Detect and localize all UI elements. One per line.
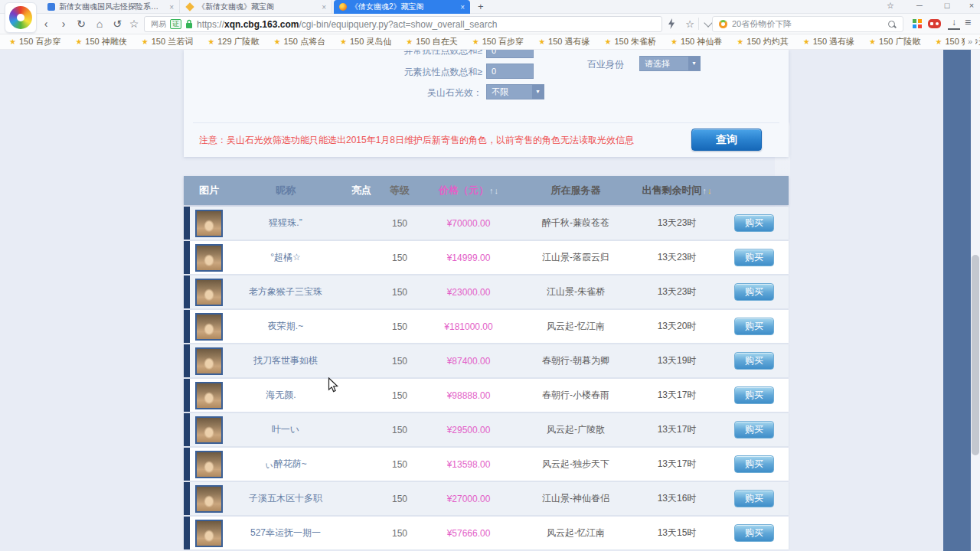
sort-down-icon[interactable]: ↓ xyxy=(495,186,499,195)
buy-button[interactable]: 购买 xyxy=(734,455,774,473)
nickname-cell[interactable]: 猩猩珠.” xyxy=(228,217,343,230)
close-icon[interactable]: × xyxy=(460,3,465,11)
restore-tab-icon[interactable]: ↺ xyxy=(109,14,126,34)
table-row[interactable]: 老方象猴子三宝珠 150 ¥23000.00 江山景-朱雀桥 13天23时 购买 xyxy=(184,276,789,308)
table-row[interactable]: 猩猩珠.” 150 ¥70000.00 醉千秋-蒹葭苍苍 13天23时 购买 xyxy=(184,207,789,240)
minimize-button[interactable]: ─ xyxy=(911,1,928,10)
buy-button[interactable]: 购买 xyxy=(734,490,774,507)
bookmark-item[interactable]: ★ 150 点将台 xyxy=(274,36,325,47)
bookmark-item[interactable]: ★ 150 自在天 xyxy=(406,36,457,47)
table-row[interactable]: 夜荣期.~ 150 ¥181000.00 风云起-忆江南 13天20时 购买 xyxy=(184,310,789,343)
buy-button[interactable]: 购买 xyxy=(734,283,774,301)
refresh-icon[interactable]: ↻ xyxy=(73,14,90,34)
bookmark-item[interactable]: ★ 129 广陵散 xyxy=(207,36,259,47)
nickname-cell[interactable]: 夜荣期.~ xyxy=(228,320,343,333)
character-image-cell[interactable] xyxy=(190,485,228,513)
table-row[interactable]: ぃ醉花荫~ 150 ¥13598.00 风云起-独步天下 13天17时 购买 xyxy=(184,448,789,481)
sort-up-icon[interactable]: ↑ xyxy=(489,186,494,195)
identity-select[interactable]: 请选择 ▼ xyxy=(639,56,701,71)
new-tab-button[interactable]: + xyxy=(478,1,484,12)
search-hot-text[interactable]: 20省份物价下降 xyxy=(732,18,792,30)
game-center-icon[interactable] xyxy=(928,19,941,28)
character-image-cell[interactable] xyxy=(190,451,228,478)
character-avatar[interactable] xyxy=(195,485,223,513)
close-icon[interactable]: × xyxy=(322,3,326,11)
tab-3-active[interactable]: 《倩女幽魂2》藏宝阁 × xyxy=(334,0,470,14)
stone-effect-select[interactable]: 不限 ▼ xyxy=(486,84,544,99)
character-avatar[interactable] xyxy=(195,382,223,409)
bookmark-item[interactable]: ★ 150 灵岛仙 xyxy=(340,36,391,47)
table-row[interactable]: 子溪五木区十多职 150 ¥27000.00 江山景-神仙眷侣 13天16时 购… xyxy=(184,482,789,515)
bookmark-item[interactable]: ★ 150 神雕侠 xyxy=(75,36,126,47)
bookmark-item[interactable]: ★ 150 兰若词 xyxy=(142,36,193,47)
nickname-cell[interactable]: 子溪五木区十多职 xyxy=(228,492,343,505)
bookmark-item[interactable]: ★ 150 遇有缘 xyxy=(538,36,590,47)
table-row[interactable]: 叶一い 150 ¥29500.00 风云起-广陵散 13天17时 购买 xyxy=(184,413,789,446)
nickname-cell[interactable]: 老方象猴子三宝珠 xyxy=(228,285,343,298)
buy-button[interactable]: 购买 xyxy=(734,421,774,439)
home-icon[interactable]: ⌂ xyxy=(91,14,108,34)
character-image-cell[interactable] xyxy=(190,244,228,272)
sort-down-active-icon[interactable]: ↓ xyxy=(707,186,712,195)
character-image-cell[interactable] xyxy=(190,313,228,341)
character-image-cell[interactable] xyxy=(190,520,228,547)
table-row[interactable]: 海无颜.ゝ 150 ¥98888.00 春朝行-小楼春雨 13天17时 购买 xyxy=(184,379,789,412)
buy-button[interactable]: 购买 xyxy=(734,352,774,370)
buy-button[interactable]: 购买 xyxy=(734,386,774,404)
buy-button[interactable]: 购买 xyxy=(734,249,774,266)
download-icon[interactable]: ↓ xyxy=(948,16,960,30)
favorite-icon[interactable]: ☆ xyxy=(126,14,142,34)
character-avatar[interactable] xyxy=(195,313,223,341)
bookmark-item[interactable]: ★ 150 朱雀桥 xyxy=(605,36,656,47)
pin-icon[interactable]: ☆ xyxy=(882,1,899,11)
bookmarks-overflow-icon[interactable]: » xyxy=(965,37,975,46)
table-row[interactable]: °超橘☆ 150 ¥14999.00 江山景-落霞云归 13天23时 购买 xyxy=(184,241,789,274)
bookmark-item[interactable]: ★ 150 灼灼其 xyxy=(737,36,788,47)
table-row[interactable]: 找刀客世事如棋 150 ¥87400.00 春朝行-朝暮为卿 13天19时 购买 xyxy=(184,344,789,377)
buy-button[interactable]: 购买 xyxy=(734,214,774,232)
header-price-sort[interactable]: 价格（元）↑↓ xyxy=(420,184,518,197)
nickname-cell[interactable]: 叶一い xyxy=(228,423,343,436)
nickname-cell[interactable]: 527幸运抚一期一 xyxy=(228,527,343,540)
search-box[interactable]: 20省份物价下降 xyxy=(712,16,903,32)
nickname-cell[interactable]: °超橘☆ xyxy=(228,251,343,264)
character-avatar[interactable] xyxy=(195,520,223,547)
clipped-field-input[interactable]: 0 xyxy=(486,50,534,58)
bookmark-page-icon[interactable]: ☆ xyxy=(681,14,698,34)
bookmark-item[interactable]: ★ 150 广陵散 xyxy=(869,36,920,47)
browser-logo[interactable] xyxy=(5,2,37,33)
bookmark-item[interactable]: ★ 150 神仙眷 xyxy=(671,36,722,47)
nickname-cell[interactable]: ぃ醉花荫~ xyxy=(228,458,343,471)
character-image-cell[interactable] xyxy=(190,279,228,306)
character-image-cell[interactable] xyxy=(190,382,228,409)
back-icon[interactable]: ‹ xyxy=(38,14,54,34)
speed-mode-icon[interactable] xyxy=(668,18,675,29)
bookmark-item[interactable]: ★ 150 百步穿 xyxy=(9,36,60,47)
character-avatar[interactable] xyxy=(195,244,223,272)
apps-grid-icon[interactable] xyxy=(913,19,922,28)
close-icon[interactable]: × xyxy=(169,3,174,11)
nickname-cell[interactable]: 海无颜.ゝ xyxy=(228,389,343,402)
table-row[interactable]: 527幸运抚一期一 150 ¥57666.00 风云起-忆江南 13天15时 购… xyxy=(184,517,789,549)
character-image-cell[interactable] xyxy=(190,416,228,444)
bookmark-item[interactable]: ★ 150 百步穿 xyxy=(472,36,524,47)
search-icon[interactable] xyxy=(887,20,897,29)
sort-up-icon[interactable]: ↑ xyxy=(703,186,707,195)
forward-icon[interactable]: › xyxy=(55,14,72,34)
tab-2[interactable]: 《新倩女幽魂》藏宝阁 × xyxy=(181,0,332,14)
query-button[interactable]: 查询 xyxy=(691,129,762,151)
header-time-sort[interactable]: 出售剩余时间↑↓ xyxy=(634,184,720,197)
scrollbar-thumb[interactable] xyxy=(972,255,979,455)
tab-1[interactable]: 新倩女幽魂国风志怪探险系统全 × xyxy=(42,0,180,14)
nickname-cell[interactable]: 找刀客世事如棋 xyxy=(228,354,343,367)
close-window-button[interactable]: × xyxy=(963,1,980,10)
character-avatar[interactable] xyxy=(195,451,223,478)
menu-icon[interactable]: ≡ xyxy=(965,16,971,28)
element-resist-input[interactable]: 0 xyxy=(486,64,534,79)
character-image-cell[interactable] xyxy=(190,347,228,375)
buy-button[interactable]: 购买 xyxy=(734,318,774,335)
bookmark-item[interactable]: ★ 150 遇有缘 xyxy=(803,36,854,47)
character-avatar[interactable] xyxy=(195,347,223,375)
character-avatar[interactable] xyxy=(195,416,223,444)
buy-button[interactable]: 购买 xyxy=(734,524,774,542)
